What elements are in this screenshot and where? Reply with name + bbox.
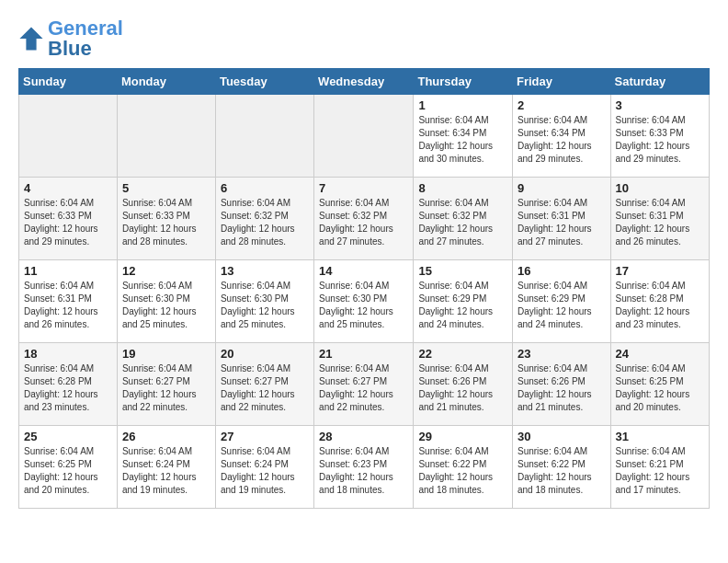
day-info: Sunrise: 6:04 AM Sunset: 6:28 PM Dayligh…	[24, 362, 112, 414]
calendar-cell: 22Sunrise: 6:04 AM Sunset: 6:26 PM Dayli…	[414, 343, 513, 426]
day-number: 10	[616, 181, 704, 195]
calendar-cell: 19Sunrise: 6:04 AM Sunset: 6:27 PM Dayli…	[117, 343, 215, 426]
day-number: 11	[24, 264, 112, 278]
logo-icon	[18, 26, 44, 52]
column-header-tuesday: Tuesday	[215, 69, 313, 95]
day-info: Sunrise: 6:04 AM Sunset: 6:27 PM Dayligh…	[122, 362, 210, 414]
column-header-friday: Friday	[513, 69, 611, 95]
calendar-cell: 20Sunrise: 6:04 AM Sunset: 6:27 PM Dayli…	[215, 343, 313, 426]
day-number: 15	[418, 264, 507, 278]
calendar-cell: 12Sunrise: 6:04 AM Sunset: 6:30 PM Dayli…	[117, 260, 215, 343]
day-number: 13	[221, 264, 309, 278]
day-info: Sunrise: 6:04 AM Sunset: 6:34 PM Dayligh…	[518, 114, 606, 166]
day-info: Sunrise: 6:04 AM Sunset: 6:21 PM Dayligh…	[616, 445, 704, 497]
day-info: Sunrise: 6:04 AM Sunset: 6:24 PM Dayligh…	[122, 445, 210, 497]
calendar-cell: 13Sunrise: 6:04 AM Sunset: 6:30 PM Dayli…	[215, 260, 313, 343]
day-number: 22	[418, 347, 507, 361]
calendar-cell: 15Sunrise: 6:04 AM Sunset: 6:29 PM Dayli…	[414, 260, 513, 343]
calendar-cell: 26Sunrise: 6:04 AM Sunset: 6:24 PM Dayli…	[117, 426, 215, 509]
calendar-cell: 29Sunrise: 6:04 AM Sunset: 6:22 PM Dayli…	[414, 426, 513, 509]
day-number: 23	[518, 347, 606, 361]
calendar-header: SundayMondayTuesdayWednesdayThursdayFrid…	[19, 69, 710, 95]
day-info: Sunrise: 6:04 AM Sunset: 6:28 PM Dayligh…	[616, 280, 704, 331]
day-info: Sunrise: 6:04 AM Sunset: 6:22 PM Dayligh…	[518, 445, 606, 497]
calendar-cell	[314, 95, 414, 178]
calendar-cell: 25Sunrise: 6:04 AM Sunset: 6:25 PM Dayli…	[19, 426, 118, 509]
day-number: 7	[319, 181, 408, 195]
week-row-4: 18Sunrise: 6:04 AM Sunset: 6:28 PM Dayli…	[19, 343, 710, 426]
day-number: 4	[24, 181, 112, 195]
day-number: 19	[122, 347, 210, 361]
column-header-wednesday: Wednesday	[314, 69, 414, 95]
day-info: Sunrise: 6:04 AM Sunset: 6:27 PM Dayligh…	[221, 362, 309, 414]
calendar-cell: 8Sunrise: 6:04 AM Sunset: 6:32 PM Daylig…	[414, 178, 513, 260]
column-header-sunday: Sunday	[19, 69, 118, 95]
day-info: Sunrise: 6:04 AM Sunset: 6:30 PM Dayligh…	[122, 280, 210, 331]
logo-text: GeneralBlue	[48, 18, 123, 59]
calendar-cell: 21Sunrise: 6:04 AM Sunset: 6:27 PM Dayli…	[314, 343, 414, 426]
day-number: 18	[24, 347, 112, 361]
calendar-cell: 24Sunrise: 6:04 AM Sunset: 6:25 PM Dayli…	[610, 343, 709, 426]
logo: GeneralBlue	[18, 18, 123, 59]
day-info: Sunrise: 6:04 AM Sunset: 6:32 PM Dayligh…	[319, 197, 408, 248]
day-number: 3	[616, 98, 704, 112]
day-number: 14	[319, 264, 408, 278]
calendar-cell: 9Sunrise: 6:04 AM Sunset: 6:31 PM Daylig…	[513, 178, 611, 260]
calendar-cell: 30Sunrise: 6:04 AM Sunset: 6:22 PM Dayli…	[513, 426, 611, 509]
column-header-saturday: Saturday	[610, 69, 709, 95]
calendar-cell: 6Sunrise: 6:04 AM Sunset: 6:32 PM Daylig…	[215, 178, 313, 260]
day-info: Sunrise: 6:04 AM Sunset: 6:32 PM Dayligh…	[418, 197, 507, 248]
day-number: 20	[221, 347, 309, 361]
day-info: Sunrise: 6:04 AM Sunset: 6:31 PM Dayligh…	[616, 197, 704, 248]
day-number: 26	[122, 430, 210, 443]
page-header: GeneralBlue	[18, 18, 710, 59]
day-number: 9	[518, 181, 606, 195]
calendar-table: SundayMondayTuesdayWednesdayThursdayFrid…	[18, 68, 710, 509]
calendar-cell: 14Sunrise: 6:04 AM Sunset: 6:30 PM Dayli…	[314, 260, 414, 343]
calendar-cell: 7Sunrise: 6:04 AM Sunset: 6:32 PM Daylig…	[314, 178, 414, 260]
day-info: Sunrise: 6:04 AM Sunset: 6:25 PM Dayligh…	[24, 445, 112, 497]
day-number: 29	[418, 430, 507, 443]
calendar-body: 1Sunrise: 6:04 AM Sunset: 6:34 PM Daylig…	[19, 95, 710, 509]
week-row-5: 25Sunrise: 6:04 AM Sunset: 6:25 PM Dayli…	[19, 426, 710, 509]
calendar-cell: 5Sunrise: 6:04 AM Sunset: 6:33 PM Daylig…	[117, 178, 215, 260]
day-number: 24	[616, 347, 704, 361]
calendar-cell: 11Sunrise: 6:04 AM Sunset: 6:31 PM Dayli…	[19, 260, 118, 343]
week-row-3: 11Sunrise: 6:04 AM Sunset: 6:31 PM Dayli…	[19, 260, 710, 343]
day-info: Sunrise: 6:04 AM Sunset: 6:29 PM Dayligh…	[418, 280, 507, 331]
day-info: Sunrise: 6:04 AM Sunset: 6:34 PM Dayligh…	[418, 114, 507, 166]
day-info: Sunrise: 6:04 AM Sunset: 6:26 PM Dayligh…	[418, 362, 507, 414]
day-info: Sunrise: 6:04 AM Sunset: 6:25 PM Dayligh…	[616, 362, 704, 414]
day-number: 31	[616, 430, 704, 443]
day-number: 6	[221, 181, 309, 195]
calendar-cell: 28Sunrise: 6:04 AM Sunset: 6:23 PM Dayli…	[314, 426, 414, 509]
column-header-monday: Monday	[117, 69, 215, 95]
day-info: Sunrise: 6:04 AM Sunset: 6:32 PM Dayligh…	[221, 197, 309, 248]
day-number: 28	[319, 430, 408, 443]
day-info: Sunrise: 6:04 AM Sunset: 6:31 PM Dayligh…	[518, 197, 606, 248]
calendar-cell: 3Sunrise: 6:04 AM Sunset: 6:33 PM Daylig…	[610, 95, 709, 178]
day-info: Sunrise: 6:04 AM Sunset: 6:33 PM Dayligh…	[616, 114, 704, 166]
day-number: 1	[418, 98, 507, 112]
day-info: Sunrise: 6:04 AM Sunset: 6:26 PM Dayligh…	[518, 362, 606, 414]
day-info: Sunrise: 6:04 AM Sunset: 6:30 PM Dayligh…	[319, 280, 408, 331]
calendar-cell	[117, 95, 215, 178]
day-number: 16	[518, 264, 606, 278]
day-number: 25	[24, 430, 112, 443]
day-number: 27	[221, 430, 309, 443]
week-row-1: 1Sunrise: 6:04 AM Sunset: 6:34 PM Daylig…	[19, 95, 710, 178]
calendar-cell: 31Sunrise: 6:04 AM Sunset: 6:21 PM Dayli…	[610, 426, 709, 509]
column-header-thursday: Thursday	[414, 69, 513, 95]
day-info: Sunrise: 6:04 AM Sunset: 6:23 PM Dayligh…	[319, 445, 408, 497]
calendar-cell: 4Sunrise: 6:04 AM Sunset: 6:33 PM Daylig…	[19, 178, 118, 260]
calendar-cell: 23Sunrise: 6:04 AM Sunset: 6:26 PM Dayli…	[513, 343, 611, 426]
day-info: Sunrise: 6:04 AM Sunset: 6:24 PM Dayligh…	[221, 445, 309, 497]
day-number: 17	[616, 264, 704, 278]
calendar-cell: 17Sunrise: 6:04 AM Sunset: 6:28 PM Dayli…	[610, 260, 709, 343]
day-number: 8	[418, 181, 507, 195]
calendar-cell: 10Sunrise: 6:04 AM Sunset: 6:31 PM Dayli…	[610, 178, 709, 260]
calendar-cell: 1Sunrise: 6:04 AM Sunset: 6:34 PM Daylig…	[414, 95, 513, 178]
day-number: 12	[122, 264, 210, 278]
day-info: Sunrise: 6:04 AM Sunset: 6:33 PM Dayligh…	[122, 197, 210, 248]
day-info: Sunrise: 6:04 AM Sunset: 6:29 PM Dayligh…	[518, 280, 606, 331]
